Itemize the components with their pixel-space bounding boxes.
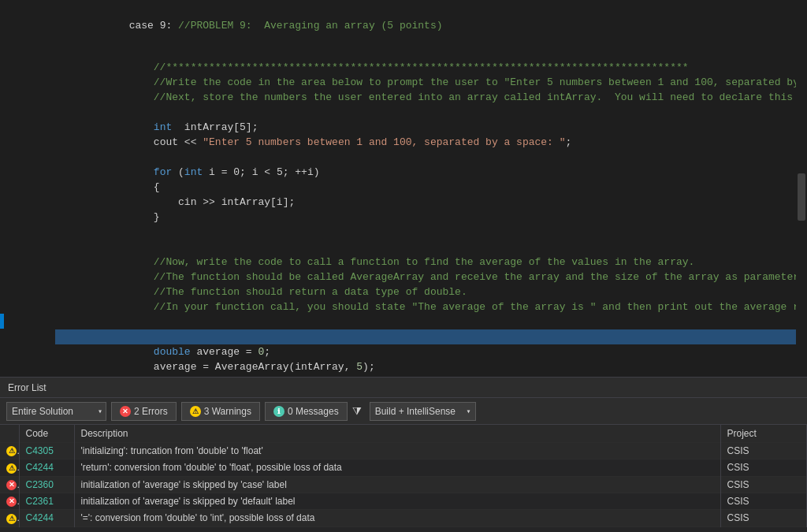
code-line: cin >> intArray[i]; bbox=[55, 180, 799, 195]
code-link[interactable]: C4305 bbox=[26, 445, 54, 456]
highlighted-code-line: double average = 0; bbox=[55, 329, 799, 344]
code-line bbox=[55, 314, 799, 329]
table-row[interactable]: ⚠ C4305 'initializing': truncation from … bbox=[0, 443, 807, 459]
table-header: Code Description Project bbox=[0, 425, 807, 443]
error-row-icon: ✕ bbox=[6, 480, 17, 490]
scope-dropdown[interactable]: Entire Solution Current Document Open Do… bbox=[6, 402, 106, 421]
build-filter-dropdown[interactable]: Build + IntelliSense Build Only IntelliS… bbox=[370, 402, 476, 421]
filter-icon: ⧩ bbox=[352, 405, 362, 418]
error-table: Code Description Project ⚠ C4305 bbox=[0, 425, 807, 527]
errors-filter-button[interactable]: ✕ 2 Errors bbox=[111, 402, 177, 421]
code-line bbox=[55, 225, 799, 240]
code-line: //Now, write the code to call a function… bbox=[55, 240, 799, 255]
row-code[interactable]: C2361 bbox=[19, 493, 74, 509]
row-icon-cell: ✕ bbox=[0, 493, 19, 509]
code-line: int intArray[5]; bbox=[55, 105, 799, 120]
warning-row-icon: ⚠ bbox=[6, 446, 17, 456]
warning-icon: ⚠ bbox=[190, 406, 201, 417]
row-icon-cell: ✕ bbox=[0, 476, 19, 493]
col-description[interactable]: Description bbox=[74, 425, 720, 443]
code-link[interactable]: C2361 bbox=[26, 496, 54, 507]
row-description: initialization of 'average' is skipped b… bbox=[74, 476, 720, 493]
row-project: CSIS bbox=[720, 510, 807, 526]
error-row-icon: ✕ bbox=[6, 497, 17, 507]
messages-filter-button[interactable]: ℹ 0 Messages bbox=[265, 402, 348, 421]
col-icon bbox=[0, 425, 19, 443]
code-line: for (int i = 0; i < 5; ++i) bbox=[55, 150, 799, 165]
info-icon: ℹ bbox=[273, 406, 284, 417]
row-project: CSIS bbox=[720, 476, 807, 493]
build-filter-wrapper[interactable]: Build + IntelliSense Build Only IntelliS… bbox=[370, 402, 476, 421]
row-icon-cell: ⚠ bbox=[0, 510, 19, 526]
warning-row-icon: ⚠ bbox=[6, 463, 17, 474]
row-code[interactable]: C4244 bbox=[19, 510, 74, 526]
warnings-label: 3 Warnings bbox=[204, 406, 251, 417]
col-code[interactable]: Code bbox=[19, 425, 74, 443]
code-line bbox=[55, 210, 799, 225]
vertical-scrollbar[interactable] bbox=[796, 0, 807, 377]
row-project: CSIS bbox=[720, 443, 807, 459]
scope-dropdown-wrapper[interactable]: Entire Solution Current Document Open Do… bbox=[6, 402, 106, 421]
table-row[interactable]: ✕ C2360 initialization of 'average' is s… bbox=[0, 476, 807, 493]
row-code[interactable]: C4244 bbox=[19, 459, 74, 476]
row-description: initialization of 'average' is skipped b… bbox=[74, 493, 720, 509]
row-description: '=': conversion from 'double' to 'int', … bbox=[74, 510, 720, 526]
warning-row-icon: ⚠ bbox=[6, 514, 17, 524]
code-line: case 9: //PROBLEM 9: Averaging an array … bbox=[55, 0, 799, 15]
code-link[interactable]: C4244 bbox=[26, 512, 54, 523]
error-panel-header: Error List bbox=[0, 378, 807, 398]
row-project: CSIS bbox=[720, 459, 807, 476]
row-code[interactable]: C4305 bbox=[19, 443, 74, 459]
messages-label: 0 Messages bbox=[288, 406, 339, 417]
row-description: 'return': conversion from 'double' to 'f… bbox=[74, 459, 720, 476]
code-content: case 9: //PROBLEM 9: Averaging an array … bbox=[47, 0, 807, 377]
code-link[interactable]: C4244 bbox=[26, 462, 54, 473]
error-panel: Error List Entire Solution Current Docum… bbox=[0, 377, 807, 532]
row-icon-cell: ⚠ bbox=[0, 459, 19, 476]
row-project: CSIS bbox=[720, 493, 807, 509]
warnings-filter-button[interactable]: ⚠ 3 Warnings bbox=[181, 402, 260, 421]
main-container: case 9: //PROBLEM 9: Averaging an array … bbox=[0, 0, 807, 532]
code-line: //**************************************… bbox=[55, 45, 799, 60]
error-panel-title: Error List bbox=[8, 382, 46, 393]
code-link[interactable]: C2360 bbox=[26, 479, 54, 490]
row-code[interactable]: C2360 bbox=[19, 476, 74, 493]
scrollbar-thumb[interactable] bbox=[798, 173, 805, 221]
error-table-container: Code Description Project ⚠ C4305 bbox=[0, 425, 807, 527]
errors-label: 2 Errors bbox=[134, 406, 168, 417]
table-row[interactable]: ✕ C2361 initialization of 'average' is s… bbox=[0, 493, 807, 509]
error-toolbar: Entire Solution Current Document Open Do… bbox=[0, 398, 807, 425]
code-editor: case 9: //PROBLEM 9: Averaging an array … bbox=[0, 0, 807, 377]
row-icon-cell: ⚠ bbox=[0, 443, 19, 459]
table-row[interactable]: ⚠ C4244 '=': conversion from 'double' to… bbox=[0, 510, 807, 526]
col-project[interactable]: Project bbox=[720, 425, 807, 443]
table-row[interactable]: ⚠ C4244 'return': conversion from 'doubl… bbox=[0, 459, 807, 476]
error-table-body: ⚠ C4305 'initializing': truncation from … bbox=[0, 443, 807, 527]
error-icon: ✕ bbox=[120, 406, 131, 417]
row-description: 'initializing': truncation from 'double'… bbox=[74, 443, 720, 459]
active-line-indicator bbox=[0, 314, 4, 329]
